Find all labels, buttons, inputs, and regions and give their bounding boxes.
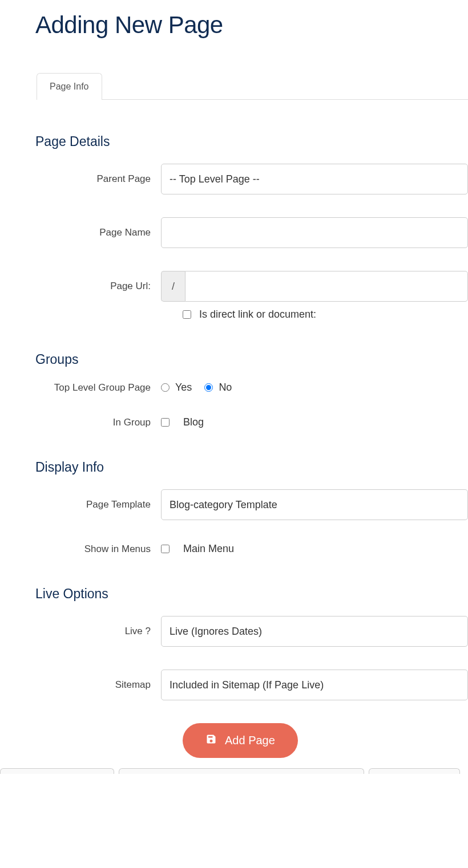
label-page-template: Page Template xyxy=(35,499,161,510)
input-page-name[interactable] xyxy=(161,217,468,248)
select-parent-page[interactable]: -- Top Level Page -- xyxy=(161,164,468,194)
bottom-tab-1 xyxy=(0,768,114,774)
label-sitemap: Sitemap xyxy=(35,679,161,691)
radio-tlg-yes[interactable] xyxy=(161,383,170,392)
checkbox-direct-link[interactable] xyxy=(183,310,191,319)
label-parent-page: Parent Page xyxy=(35,173,161,185)
url-prefix: / xyxy=(161,271,185,302)
label-in-group: In Group xyxy=(35,417,161,428)
select-live[interactable]: Live (Ignores Dates) xyxy=(161,616,468,647)
label-page-url: Page Url: xyxy=(35,281,161,292)
section-page-details: Page Details xyxy=(35,134,468,149)
label-top-level-group: Top Level Group Page xyxy=(35,382,161,394)
label-yes: Yes xyxy=(175,382,192,394)
save-icon xyxy=(205,733,217,748)
checkbox-main-menu[interactable] xyxy=(161,545,170,553)
label-blog: Blog xyxy=(183,416,204,428)
add-page-button[interactable]: Add Page xyxy=(183,723,298,758)
label-page-name: Page Name xyxy=(35,227,161,238)
label-live: Live ? xyxy=(35,626,161,637)
bottom-tab-2 xyxy=(119,768,364,774)
radio-tlg-no[interactable] xyxy=(204,383,213,392)
label-direct-link: Is direct link or document: xyxy=(199,309,316,321)
select-page-template[interactable]: Blog-category Template xyxy=(161,489,468,520)
label-no: No xyxy=(219,382,232,394)
page-title: Adding New Page xyxy=(35,11,468,39)
section-groups: Groups xyxy=(35,352,468,367)
checkbox-in-group-blog[interactable] xyxy=(161,418,170,427)
label-show-in-menus: Show in Menus xyxy=(35,543,161,555)
bottom-tab-hints xyxy=(0,768,468,774)
add-page-button-label: Add Page xyxy=(225,734,275,747)
label-main-menu: Main Menu xyxy=(183,543,234,555)
input-page-url[interactable] xyxy=(185,271,468,302)
tabs: Page Info xyxy=(37,73,468,100)
select-sitemap[interactable]: Included in Sitemap (If Page Live) xyxy=(161,670,468,700)
bottom-tab-3 xyxy=(369,768,460,774)
tab-page-info[interactable]: Page Info xyxy=(37,73,102,100)
section-display-info: Display Info xyxy=(35,460,468,475)
section-live-options: Live Options xyxy=(35,586,468,602)
